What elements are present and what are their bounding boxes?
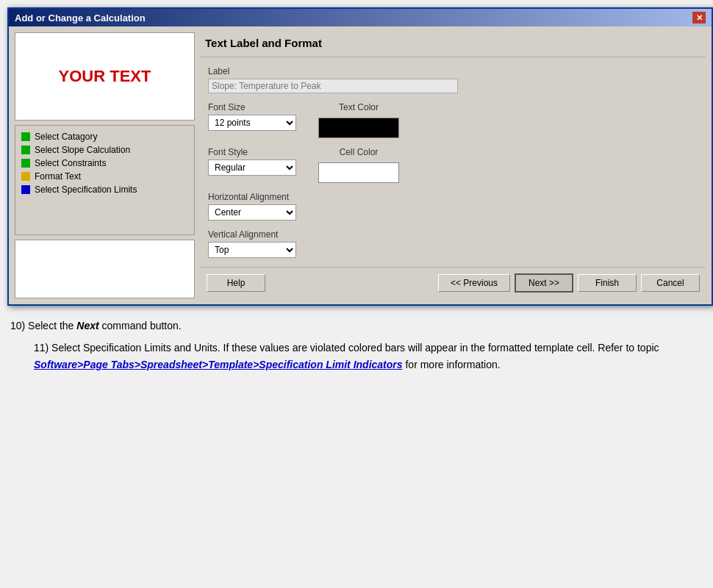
font-size-col: Font Size 12 points 8 points 10 points 1… (208, 102, 296, 138)
svg-rect-3 (21, 172, 30, 181)
title-bar: Add or Change a Calculation ✕ (9, 9, 712, 26)
next-button[interactable]: Next >> (515, 273, 573, 293)
section-title: Text Label and Format (201, 32, 706, 57)
font-size-color-row: Font Size 12 points 8 points 10 points 1… (208, 102, 698, 138)
vert-align-select[interactable]: Top Middle Bottom (208, 242, 296, 258)
text-color-swatch[interactable] (318, 118, 399, 138)
font-style-cell-color-row: Font Style Regular Bold Italic Bold Ital… (208, 147, 698, 183)
nav-list: Select Catagory Select Slope Calculation… (15, 125, 195, 235)
nav-item-slope[interactable]: Select Slope Calculation (18, 143, 191, 157)
text-color-container: Text Color (318, 102, 399, 138)
nav-item-label: Select Catagory (35, 132, 97, 142)
finish-button[interactable]: Finish (578, 274, 637, 292)
button-bar: Help << Previous Next >> Finish Cancel (201, 267, 706, 298)
blue-dot-icon (21, 185, 30, 194)
close-button[interactable]: ✕ (692, 12, 706, 24)
dialog-title: Add or Change a Calculation (15, 12, 146, 24)
font-size-select[interactable]: 12 points 8 points 10 points 14 points 1… (208, 115, 296, 131)
horiz-align-label: Horizontal Alignment (208, 192, 698, 202)
cell-color-swatch[interactable] (318, 162, 399, 183)
nav-item-spec-limits[interactable]: Select Specification Limits (18, 183, 191, 196)
left-panel: YOUR TEXT Select Catagory Select Slope C… (15, 32, 195, 298)
nav-item-label-3: Select Constraints (35, 158, 106, 168)
label-input[interactable] (208, 79, 458, 93)
nav-item-format[interactable]: Format Text (18, 170, 191, 183)
vert-align-label: Vertical Alignment (208, 229, 698, 240)
svg-rect-1 (21, 146, 30, 154)
nav-bottom-box (15, 240, 195, 298)
previous-button[interactable]: << Previous (438, 274, 510, 292)
step-10: 10) Select the Next command button. (10, 318, 703, 334)
label-field-label: Label (208, 66, 698, 76)
yellow-dot-icon (21, 172, 30, 181)
font-style-col: Font Style Regular Bold Italic Bold Ital… (208, 147, 296, 183)
right-panel: Text Label and Format Label Font Size 12… (201, 32, 706, 298)
nav-item-label-5: Select Specification Limits (35, 184, 137, 195)
dialog-body: YOUR TEXT Select Catagory Select Slope C… (9, 26, 712, 304)
svg-rect-4 (21, 185, 30, 194)
svg-rect-0 (21, 132, 30, 141)
nav-item-label-4: Format Text (35, 171, 81, 182)
nav-item-constraints[interactable]: Select Constraints (18, 157, 191, 170)
cancel-button[interactable]: Cancel (641, 274, 700, 292)
text-color-label: Text Color (339, 102, 379, 112)
nav-item-category[interactable]: Select Catagory (18, 130, 191, 143)
cell-color-container: Cell Color (318, 147, 399, 183)
green-dot-icon (21, 132, 30, 141)
vert-align-row: Vertical Alignment Top Middle Bottom (208, 229, 698, 258)
preview-box: YOUR TEXT (15, 32, 195, 121)
horiz-align-select[interactable]: Center Left Right (208, 204, 296, 220)
green-dot-icon-3 (21, 159, 30, 168)
font-size-label: Font Size (208, 102, 296, 112)
form-area: Label Font Size 12 points 8 points 10 po… (201, 66, 706, 267)
svg-rect-2 (21, 159, 30, 168)
your-text-preview: YOUR TEXT (59, 67, 151, 86)
step-11: 11) Select Specification Limits and Unit… (10, 340, 703, 373)
horiz-align-row: Horizontal Alignment Center Left Right (208, 192, 698, 220)
font-style-label: Font Style (208, 147, 296, 157)
help-button[interactable]: Help (207, 274, 265, 292)
dialog-window: Add or Change a Calculation ✕ YOUR TEXT … (7, 7, 713, 306)
font-style-select[interactable]: Regular Bold Italic Bold Italic (208, 159, 296, 176)
label-row: Label (208, 66, 698, 93)
instructions-area: 10) Select the Next command button. 11) … (7, 318, 706, 373)
nav-item-label-2: Select Slope Calculation (35, 145, 130, 155)
green-dot-icon-2 (21, 146, 30, 154)
cell-color-label: Cell Color (340, 147, 379, 157)
spec-limit-link[interactable]: Software>Page Tabs>Spreadsheet>Template>… (34, 359, 403, 370)
